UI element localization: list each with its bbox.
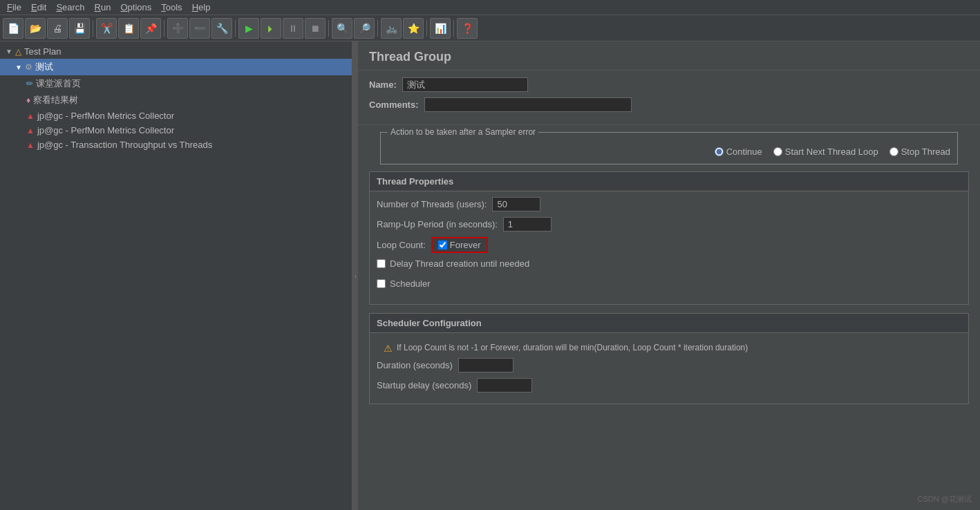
toolbar-startnopause-btn[interactable]: ⏵ xyxy=(261,18,281,39)
toolbar-configure-btn[interactable]: 🔧 xyxy=(211,18,232,39)
error-radio-group: Continue Start Next Thread Loop Stop Thr… xyxy=(388,140,950,157)
thread-properties-body: Number of Threads (users): Ramp-Up Perio… xyxy=(369,191,969,305)
toolbar-paste-btn[interactable]: 📌 xyxy=(140,18,161,39)
rampup-label: Ramp-Up Period (in seconds): xyxy=(377,219,498,229)
tree-item-label-home: 课堂派首页 xyxy=(36,77,81,90)
toolbar-stop-btn[interactable]: ⏹ xyxy=(305,18,326,39)
pencil-icon: ✏ xyxy=(26,79,33,88)
tree-item-label-perfmon1: jp@gc - PerfMon Metrics Collector xyxy=(37,111,174,121)
menu-search[interactable]: Search xyxy=(52,1,88,14)
menu-bar: File Edit Search Run Options Tools Help xyxy=(0,0,980,15)
radio-continue-input[interactable] xyxy=(715,147,724,156)
toolbar-cut-btn[interactable]: ✂️ xyxy=(96,18,117,39)
triangle-icon: △ xyxy=(15,47,21,57)
toolbar-sep4 xyxy=(328,20,329,37)
menu-options[interactable]: Options xyxy=(116,1,156,14)
panel-drag-handle[interactable]: ··· xyxy=(352,41,358,510)
delay-checkbox[interactable] xyxy=(377,259,386,268)
duration-input[interactable] xyxy=(458,358,513,372)
loop-count-label: Loop Count: xyxy=(377,240,426,250)
warning-text: If Loop Count is not -1 or Forever, dura… xyxy=(397,343,748,352)
toolbar-sep3 xyxy=(235,20,236,37)
radio-next-thread-input[interactable] xyxy=(773,147,782,156)
duration-label: Duration (seconds) xyxy=(377,360,453,370)
radio-next-thread[interactable]: Start Next Thread Loop xyxy=(773,147,878,157)
toolbar-clear-btn[interactable]: 🔍 xyxy=(332,18,352,39)
tree-item-label-test: 测试 xyxy=(35,61,53,73)
tree-item-perfmon1[interactable]: ▲ jp@gc - PerfMon Metrics Collector xyxy=(0,108,352,123)
delay-row: Delay Thread creation until needed xyxy=(377,258,961,273)
comments-row: Comments: xyxy=(369,97,969,112)
radio-continue[interactable]: Continue xyxy=(715,147,762,157)
toolbar-help-btn[interactable]: ❓ xyxy=(457,18,478,39)
name-input[interactable] xyxy=(402,77,528,92)
forever-box: Forever xyxy=(431,237,488,253)
toolbar-templates-btn[interactable]: 📊 xyxy=(430,18,451,39)
thread-properties-header: Thread Properties xyxy=(369,171,969,191)
num-threads-label: Number of Threads (users): xyxy=(377,199,487,209)
forever-checkbox[interactable] xyxy=(438,240,447,249)
name-label: Name: xyxy=(369,79,397,90)
tree-item-testplan[interactable]: ▼ △ Test Plan xyxy=(0,44,352,59)
watermark: CSDN @花测试 xyxy=(918,494,972,504)
tree-item-results[interactable]: ♦ 察看结果树 xyxy=(0,92,352,108)
diamond-icon: ♦ xyxy=(26,95,30,105)
scheduler-config-body: ⚠ If Loop Count is not -1 or Forever, du… xyxy=(369,333,969,404)
toolbar-open-btn[interactable]: 📂 xyxy=(25,18,46,39)
scheduler-checkbox[interactable] xyxy=(377,279,386,288)
radio-stop-thread-input[interactable] xyxy=(889,147,898,156)
menu-run[interactable]: Run xyxy=(91,1,115,14)
toolbar-pause-btn[interactable]: ⏸ xyxy=(283,18,303,39)
toolbar-remote-btn[interactable]: 🚲 xyxy=(381,18,402,39)
graph-icon3: ▲ xyxy=(26,140,35,150)
error-section-title: Action to be taken after a Sampler error xyxy=(388,127,538,137)
tree-item-home[interactable]: ✏ 课堂派首页 xyxy=(0,75,352,92)
radio-stop-thread[interactable]: Stop Thread xyxy=(889,147,950,157)
duration-row: Duration (seconds) xyxy=(377,358,961,372)
tree-item-perfmon2[interactable]: ▲ jp@gc - PerfMon Metrics Collector xyxy=(0,123,352,138)
toolbar-sep5 xyxy=(377,20,378,37)
forever-label: Forever xyxy=(450,240,481,250)
scheduler-warning: ⚠ If Loop Count is not -1 or Forever, du… xyxy=(377,339,961,358)
tree-item-throughput[interactable]: ▲ jp@gc - Transaction Throughput vs Thre… xyxy=(0,138,352,152)
rampup-input[interactable] xyxy=(503,217,552,232)
scheduler-row: Scheduler xyxy=(377,278,961,293)
tree-area[interactable]: ▼ △ Test Plan ▼ ⚙ 测试 ✏ 课堂派首页 ♦ 察看结果树 ▲ j… xyxy=(0,41,352,510)
menu-file[interactable]: File xyxy=(3,1,26,14)
loop-count-row: Loop Count: Forever xyxy=(377,237,961,253)
error-section-box: Action to be taken after a Sampler error… xyxy=(380,132,958,164)
toolbar-clearall-btn[interactable]: 🔎 xyxy=(354,18,375,39)
num-threads-input[interactable] xyxy=(492,197,540,211)
menu-edit[interactable]: Edit xyxy=(27,1,50,14)
panel-title: Thread Group xyxy=(358,41,980,70)
toolbar-remove-btn[interactable]: ➖ xyxy=(189,18,210,39)
menu-tools[interactable]: Tools xyxy=(157,1,186,14)
toolbar-add-btn[interactable]: ➕ xyxy=(167,18,188,39)
toolbar-start-btn[interactable]: ▶ xyxy=(238,18,259,39)
toolbar-sep2 xyxy=(164,20,164,37)
delay-label: Delay Thread creation until needed xyxy=(390,258,529,269)
toolbar-remotestop-btn[interactable]: ⭐ xyxy=(403,18,424,39)
right-panel: Thread Group Name: Comments: Action to b… xyxy=(358,41,980,510)
toolbar-sep7 xyxy=(453,20,454,37)
toolbar-print-btn[interactable]: 🖨 xyxy=(47,18,68,39)
menu-help[interactable]: Help xyxy=(188,1,215,14)
startup-input[interactable] xyxy=(477,378,532,393)
tree-item-test[interactable]: ▼ ⚙ 测试 xyxy=(0,59,352,75)
comments-input[interactable] xyxy=(424,97,632,112)
radio-next-thread-label: Start Next Thread Loop xyxy=(785,147,878,157)
toolbar-copy-btn[interactable]: 📋 xyxy=(118,18,139,39)
scheduler-config-header: Scheduler Configuration xyxy=(369,313,969,333)
toolbar: 📄 📂 🖨 💾 ✂️ 📋 📌 ➕ ➖ 🔧 ▶ ⏵ ⏸ ⏹ 🔍 🔎 🚲 ⭐ 📊 ❓ xyxy=(0,15,980,41)
toolbar-save-btn[interactable]: 💾 xyxy=(69,18,90,39)
startup-row: Startup delay (seconds) xyxy=(377,378,961,393)
name-row: Name: xyxy=(369,77,969,92)
scheduler-checkbox-label[interactable]: Scheduler xyxy=(377,278,431,289)
gear-icon: ⚙ xyxy=(25,62,32,72)
num-threads-row: Number of Threads (users): xyxy=(377,197,961,211)
name-section: Name: Comments: xyxy=(358,70,980,125)
toolbar-sep6 xyxy=(426,20,427,37)
toolbar-new-btn[interactable]: 📄 xyxy=(3,18,23,39)
rampup-row: Ramp-Up Period (in seconds): xyxy=(377,217,961,232)
delay-checkbox-label[interactable]: Delay Thread creation until needed xyxy=(377,258,529,269)
